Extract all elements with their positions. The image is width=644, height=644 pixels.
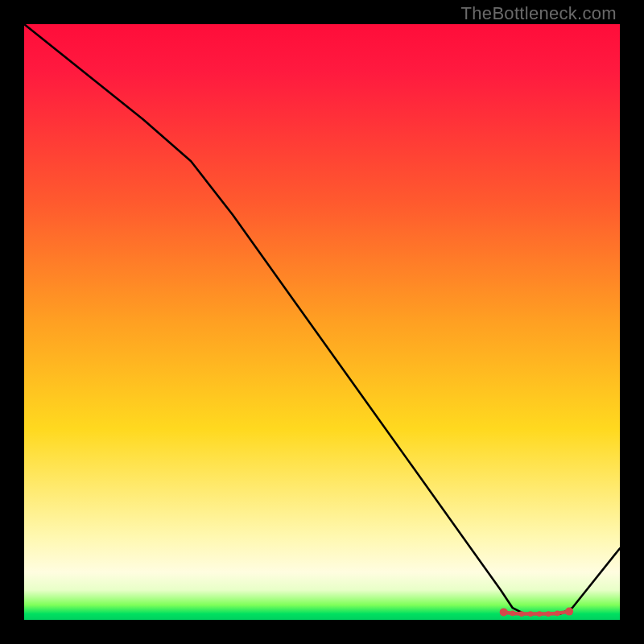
- chart-marker-dot: [519, 611, 525, 617]
- chart-svg-layer: [24, 24, 620, 620]
- chart-marker-dot: [555, 611, 560, 617]
- chart-stage: TheBottleneck.com: [0, 0, 644, 644]
- chart-marker-dot: [546, 611, 551, 617]
- chart-marker-dot: [537, 611, 543, 617]
- chart-plot-area: [24, 24, 620, 620]
- chart-marker-dot: [500, 608, 508, 616]
- chart-marker-dot: [510, 611, 515, 617]
- chart-marker-dot: [528, 611, 534, 617]
- watermark-text: TheBottleneck.com: [461, 3, 617, 24]
- chart-line: [24, 24, 620, 614]
- chart-marker-dot: [565, 608, 573, 616]
- chart-markers: [500, 608, 573, 617]
